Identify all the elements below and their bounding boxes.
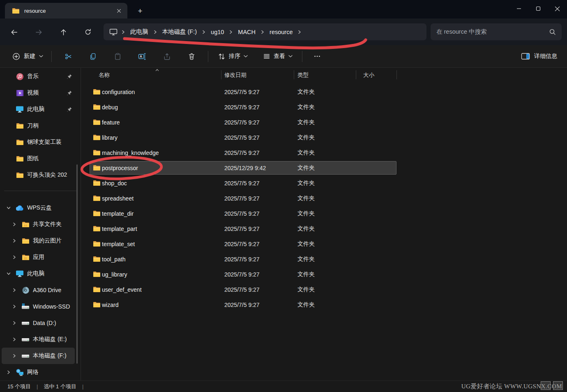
search-icon[interactable] [549,28,556,35]
chevron-right-icon[interactable] [5,370,12,374]
sort-button[interactable]: 排序 [214,50,252,63]
sidebar-item-windows-ssd[interactable]: Windows-SSD [2,298,75,315]
folder-icon [16,138,24,146]
sidebar-item-local-disk-f[interactable]: 本地磁盘 (F:) [2,348,75,364]
drive-icon [21,319,30,327]
breadcrumb-item-local-disk-f[interactable]: 本地磁盘 (F:) [159,26,201,37]
pc-icon [16,270,24,278]
folder-icon [93,164,101,171]
delete-button[interactable] [184,49,199,63]
sidebar-item-wps-cloud[interactable]: WPS云盘 [2,200,75,216]
forward-button[interactable] [30,24,47,40]
sidebar-item-label: 图纸 [27,155,75,162]
explorer-tab-resource[interactable]: resource [5,3,127,18]
sidebar-item-knife-handle[interactable]: 刀柄 [2,118,75,134]
refresh-button[interactable] [80,24,96,40]
watermark-box [553,381,563,390]
file-row-library[interactable]: library2025/7/5 9:27文件夹 [90,130,396,145]
file-row-spreadsheet[interactable]: spreadsheet2025/7/5 9:27文件夹 [90,191,396,206]
file-row-template_set[interactable]: template_set2025/7/5 9:27文件夹 [90,236,396,251]
sidebar-item-video[interactable]: 视频 [2,85,75,101]
chevron-right-icon[interactable] [11,288,18,292]
view-button[interactable]: 查看 [259,50,297,63]
file-row-ug_library[interactable]: ug_library2025/7/5 9:27文件夹 [90,267,396,282]
file-name: template_set [102,241,135,247]
column-resize-handle[interactable] [221,70,221,79]
sidebar-scrollbar[interactable] [76,164,78,364]
chevron-down-icon[interactable] [5,206,12,210]
maximize-button[interactable] [528,0,548,17]
file-row-tool_path[interactable]: tool_path2025/7/5 9:27文件夹 [90,251,396,267]
breadcrumb-item-this-pc[interactable]: 此电脑 [127,26,152,37]
file-row-wizard[interactable]: wizard2025/7/5 9:27文件夹 [90,297,396,312]
sidebar-item-steel-ball-fixture[interactable]: 钢球支架工装 [2,134,75,150]
sidebar-item-replaceable-tip-202[interactable]: 可换头顶尖 202 [2,167,75,183]
file-row-template_part[interactable]: template_part2025/7/5 9:27文件夹 [90,221,396,236]
new-button[interactable]: 新建 [8,50,47,63]
pin-icon [67,106,72,112]
chevron-right-icon[interactable] [11,304,18,309]
chevron-right-icon[interactable] [11,239,18,243]
column-header-size[interactable]: 大小 [363,71,374,79]
file-row-user_def_event[interactable]: user_def_event2025/7/5 9:27文件夹 [90,282,396,297]
chevron-right-icon[interactable] [11,255,18,259]
share-button[interactable] [159,49,175,63]
minimize-button[interactable] [509,0,528,17]
chevron-right-icon[interactable] [11,321,18,325]
chevron-down-icon [39,55,43,58]
file-row-configuration[interactable]: configuration2025/7/5 9:27文件夹 [90,84,396,99]
file-row-machining_knowledge[interactable]: machining_knowledge2025/7/5 9:27文件夹 [90,145,396,160]
chevron-right-icon[interactable] [11,354,18,358]
drive-icon [21,352,30,360]
sidebar-item-label: A360 Drive [33,287,75,293]
sidebar-item-local-disk-e[interactable]: 本地磁盘 (E:) [2,331,75,348]
details-pane-button[interactable]: 详细信息 [521,53,557,60]
sidebar-item-this-pc[interactable]: 此电脑 [2,265,75,282]
chevron-right-icon[interactable] [11,337,18,341]
search-box[interactable]: 在 resource 中搜索 [431,23,562,40]
copy-button[interactable] [85,49,101,63]
breadcrumb-item-ug10[interactable]: ug10 [207,27,228,37]
sidebar-item-drawings[interactable]: 图纸 [2,150,75,167]
rename-button[interactable] [134,49,150,63]
column-resize-handle[interactable] [396,70,397,79]
sidebar-item-this-pc-pinned[interactable]: 此电脑 [2,101,75,118]
back-button[interactable] [6,24,22,40]
address-bar[interactable]: 此电脑本地磁盘 (F:)ug10MACHresource [104,23,426,40]
column-resize-handle[interactable] [294,70,294,79]
sidebar-item-data-d[interactable]: Data (D:) [2,315,75,331]
chevron-right-icon[interactable] [11,222,18,226]
close-button[interactable] [548,0,567,17]
file-row-debug[interactable]: debug2025/7/5 9:27文件夹 [90,99,396,115]
monitor-icon[interactable] [108,28,120,36]
more-options-button[interactable] [309,49,325,63]
file-row-shop_doc[interactable]: shop_doc2025/7/5 9:27文件夹 [90,175,396,191]
column-header-type[interactable]: 类型 [297,71,309,79]
up-button[interactable] [55,24,71,40]
sidebar-item-network[interactable]: 网络 [2,364,75,380]
tab-close-icon[interactable] [113,5,124,16]
column-resize-handle[interactable] [356,70,356,79]
file-row-postprocessor[interactable]: postprocessor2025/12/29 9:42文件夹 [90,160,396,175]
column-header-name[interactable]: 名称 [99,71,110,79]
sort-ascending-icon [155,68,159,72]
cut-button[interactable] [60,49,76,63]
new-tab-button[interactable]: + [134,5,146,16]
chevron-down-icon[interactable] [5,272,12,276]
column-header-date[interactable]: 修改日期 [224,71,247,79]
breadcrumb-item-mach[interactable]: MACH [234,27,259,37]
breadcrumb-item-resource[interactable]: resource [266,27,296,37]
paste-button[interactable] [110,49,125,63]
file-row-template_dir[interactable]: template_dir2025/7/5 9:27文件夹 [90,206,396,221]
details-pane-label: 详细信息 [534,53,557,60]
window-controls [509,0,567,17]
sidebar-item-music[interactable]: 音乐 [2,68,75,85]
sidebar-item-a360-drive[interactable]: A360 Drive [2,282,75,298]
sidebar-item-label: 我的云图片 [33,237,75,244]
toolbar-divider [51,51,52,62]
file-row-feature[interactable]: feature2025/7/5 9:27文件夹 [90,115,396,130]
file-date-modified: 2025/7/5 9:27 [224,104,297,111]
sidebar-item-my-cloud-pictures[interactable]: 我的云图片 [2,233,75,249]
sidebar-item-apps[interactable]: 应用 [2,249,75,265]
sidebar-item-shared-folder[interactable]: 共享文件夹 [2,216,75,233]
